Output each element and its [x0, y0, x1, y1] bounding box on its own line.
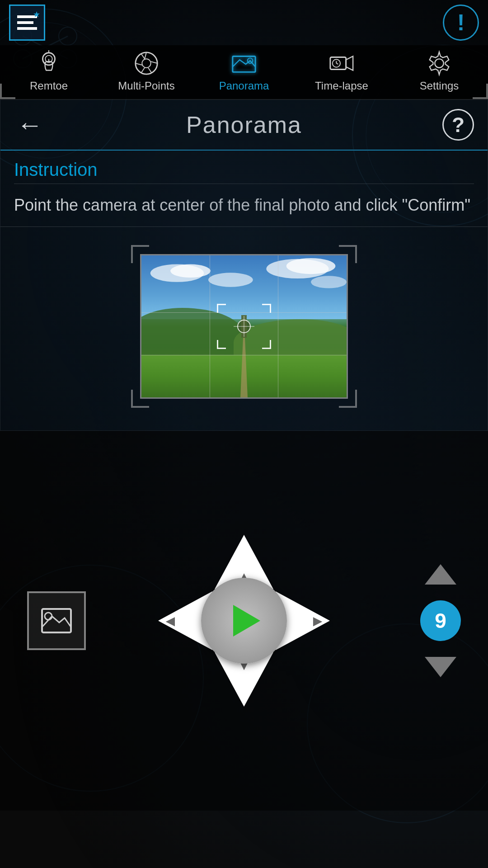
focus-bracket: [217, 304, 271, 349]
star-icon: ★: [33, 9, 40, 19]
svg-point-31: [435, 59, 443, 67]
bracket-corner-br: [262, 340, 271, 349]
svg-line-18: [145, 52, 146, 59]
svg-line-21: [141, 68, 145, 73]
center-crosshair: [237, 320, 251, 333]
number-badge[interactable]: 9: [420, 600, 461, 641]
instruction-label: Instruction: [14, 160, 474, 184]
side-controls-right: 9: [420, 562, 461, 679]
bracket-corner-tl: [217, 304, 226, 313]
svg-marker-27: [346, 57, 353, 71]
sidebar-item-settings[interactable]: Settings: [390, 50, 488, 92]
back-arrow-icon: ←: [17, 112, 43, 138]
svg-line-23: [141, 54, 145, 59]
back-button[interactable]: ←: [14, 109, 46, 141]
gallery-button[interactable]: [27, 591, 86, 650]
svg-line-22: [136, 63, 142, 65]
play-icon: [233, 605, 260, 637]
remote-icon: [33, 50, 65, 77]
panorama-nav-label: Panorama: [219, 80, 269, 92]
settings-icon: [423, 50, 455, 77]
menu-button[interactable]: ★: [9, 5, 45, 41]
main-content: ← Panorama ? Instruction Point the camer…: [0, 99, 488, 431]
sidebar-item-timelapse[interactable]: Time-lapse: [293, 50, 390, 92]
timelapse-icon: [326, 50, 357, 77]
instruction-text: Point the camera at center of the final …: [14, 193, 474, 217]
alert-button[interactable]: !: [443, 5, 479, 41]
dpad-right-arrow-icon: ►: [310, 613, 325, 628]
page-title: Panorama: [186, 111, 302, 138]
control-section: ▲ ▼ ◄ ► 9: [0, 431, 488, 811]
multipoints-icon: [131, 50, 162, 77]
chevron-up-icon: [425, 564, 456, 585]
side-controls-left: [27, 591, 86, 650]
help-button[interactable]: ?: [442, 109, 474, 141]
play-button[interactable]: [201, 578, 287, 664]
camera-preview: [140, 254, 348, 399]
preview-wrapper: [131, 245, 357, 408]
dpad-container: ▲ ▼ ◄ ►: [158, 535, 330, 707]
dpad-left-arrow-icon: ◄: [163, 613, 178, 628]
svg-point-17: [142, 59, 150, 67]
svg-point-40: [45, 613, 52, 620]
gallery-icon: [38, 603, 75, 639]
chevron-down-icon: [425, 657, 456, 677]
sidebar-item-panorama[interactable]: Panorama: [195, 50, 293, 92]
panorama-icon: [228, 50, 260, 77]
bracket-corner-bl: [217, 340, 226, 349]
camera-preview-area: [0, 227, 488, 430]
zoom-down-button[interactable]: [425, 655, 456, 679]
bracket-corner-tr: [262, 304, 271, 313]
multipoints-nav-label: Multi-Points: [118, 80, 174, 92]
help-icon: ?: [452, 113, 465, 137]
panorama-photo: [141, 255, 347, 397]
svg-line-19: [151, 61, 158, 63]
timelapse-nav-label: Time-lapse: [315, 80, 368, 92]
settings-nav-label: Settings: [420, 80, 459, 92]
alert-icon: !: [457, 9, 465, 36]
top-bar: ★ !: [0, 0, 488, 45]
sidebar-item-remote[interactable]: Remtoe: [0, 50, 98, 92]
page-header: ← Panorama ?: [0, 100, 488, 151]
svg-point-16: [136, 52, 157, 74]
sidebar-item-multipoints[interactable]: Multi-Points: [98, 50, 195, 92]
svg-line-20: [148, 68, 152, 73]
remote-nav-label: Remtoe: [30, 80, 68, 92]
zoom-up-button[interactable]: [425, 562, 456, 587]
navigation-bar: Remtoe Multi-Points: [0, 45, 488, 99]
instruction-section: Instruction Point the camera at center o…: [0, 151, 488, 227]
